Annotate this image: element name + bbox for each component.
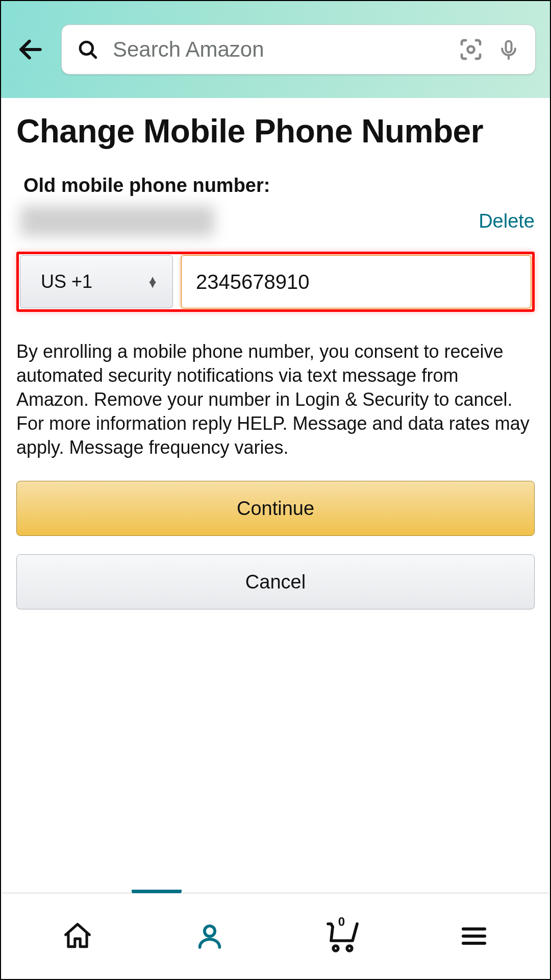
old-number-value-blurred [20,206,214,236]
nav-cart[interactable]: 0 [319,913,365,959]
main-content: Change Mobile Phone Number Old mobile ph… [1,98,550,609]
microphone-icon[interactable] [497,38,520,61]
country-code-value: US +1 [41,271,92,292]
phone-entry-highlight: US +1 ▲▼ [16,252,535,312]
svg-point-7 [333,946,338,951]
nav-menu[interactable] [451,913,497,959]
back-button[interactable] [15,34,46,65]
camera-scan-icon[interactable] [459,37,483,62]
cart-count-badge: 0 [319,915,365,929]
old-number-row: Delete [16,206,535,236]
continue-button[interactable]: Continue [16,481,535,536]
svg-point-3 [468,46,474,53]
home-icon [62,920,93,952]
phone-input-wrap [181,255,531,308]
search-bar[interactable] [61,24,536,75]
select-arrows-icon: ▲▼ [147,277,158,287]
arrow-left-icon [16,35,45,64]
cancel-button[interactable]: Cancel [16,554,535,609]
svg-line-2 [91,53,96,58]
svg-point-6 [204,926,214,936]
svg-rect-4 [506,41,512,53]
delete-link[interactable]: Delete [479,210,535,232]
app-header [1,1,550,98]
search-input[interactable] [113,37,444,62]
nav-profile[interactable] [187,913,233,959]
nav-home[interactable] [55,913,101,959]
search-icon [77,39,98,60]
profile-icon [195,921,224,951]
old-number-label: Old mobile phone number: [16,175,535,197]
svg-point-8 [347,946,352,951]
page-title: Change Mobile Phone Number [16,113,535,149]
country-code-select[interactable]: US +1 ▲▼ [20,255,173,308]
bottom-nav: 0 [1,893,550,979]
consent-text: By enrolling a mobile phone number, you … [16,340,535,459]
phone-number-input[interactable] [196,271,516,293]
hamburger-icon [460,922,488,950]
